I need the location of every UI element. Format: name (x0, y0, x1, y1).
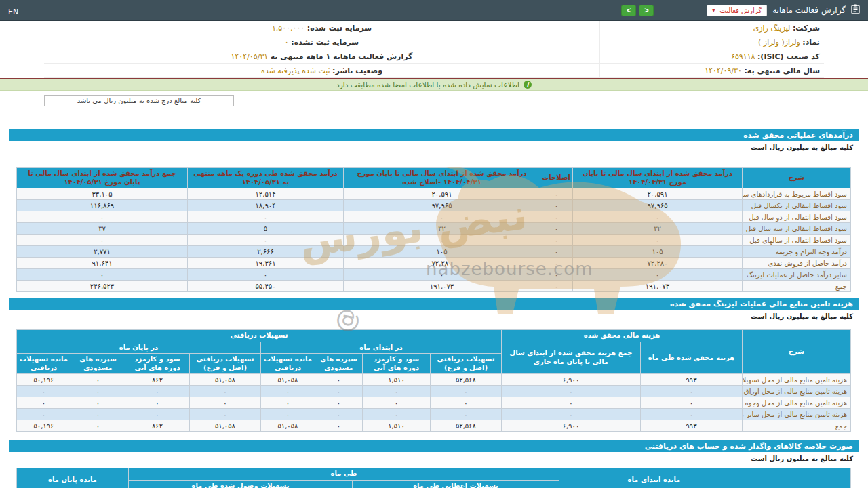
cell: ۲۴۶,۵۲۳ (17, 281, 188, 292)
column-header: مانده تسهیلات دریافتی (260, 354, 315, 374)
section-note-financing: کلیه مبالغ به میلیون ریال است (9, 310, 859, 321)
row-label: سود اقساط مربوط به قراردادهای سال جاری (743, 188, 851, 200)
isic-cell: کد صنعت (ISIC): ۶۵۹۱۱۸ (600, 49, 825, 64)
next-report-button[interactable]: > (639, 5, 654, 16)
report-type-dropdown[interactable]: گزارش فعالیت ▾ (707, 5, 767, 16)
cell: ۲۰,۵۹۱ (344, 188, 540, 200)
section-financing: هزینه تامین منابع مالی عملیات لیزینگ محق… (0, 298, 868, 432)
language-toggle-en[interactable]: EN (8, 7, 18, 18)
cell: ۰ (188, 269, 344, 281)
chevron-down-icon: ▾ (712, 7, 715, 14)
column-header: سود و کارمزد دوره های آتی (125, 354, 189, 374)
column-header: شرح (743, 168, 851, 188)
cell: ۰ (540, 246, 573, 258)
row-label: درآمد حاصل از فروش نقدی (743, 258, 851, 269)
cell: ۰ (641, 386, 743, 397)
cell: ۰ (540, 258, 573, 269)
cell: ۱۲,۵۱۴ (188, 188, 344, 200)
table-row: هزینه تامین منابع مالی از محل اوراق مشار… (16, 386, 850, 397)
column-header: تسهیلات اعطایی طی ماه (352, 480, 559, 488)
cell: ۵۱,۰۵۸ (189, 374, 260, 386)
cell: ۰ (315, 409, 362, 420)
cell: ۰ (362, 409, 430, 420)
registered-capital-label: سرمایه ثبت شده: (307, 24, 372, 33)
clipboard-report-icon (851, 4, 860, 17)
symbol-cell: نماد: ولراز( ولراز ) (600, 35, 825, 49)
cell: ۰ (430, 386, 501, 397)
column-header: تسهیلات دریافتی (اصل و فرع) (430, 354, 501, 374)
column-header: تسهیلات دریافتی (16, 330, 501, 342)
cell: ۰ (189, 386, 260, 397)
section-note-goods: کلیه مبالغ به میلیون ریال است (9, 452, 859, 464)
cell: ۱۸,۹۰۴ (188, 200, 344, 211)
cell: ۳۳,۱۰۵ (17, 188, 188, 200)
cell: ۱۹۱,۰۷۳ (573, 281, 743, 292)
report-nav-buttons: < > (621, 5, 654, 16)
cell: ۱۰۵ (573, 246, 743, 258)
registered-capital-cell: سرمایه ثبت شده: ۱,۵۰۰,۰۰۰ (44, 21, 600, 35)
cell: ۰ (344, 211, 540, 223)
cell: ۵۱,۰۵۸ (189, 420, 260, 432)
cell: ۰ (540, 211, 573, 223)
cell: ۹۷,۹۶۵ (344, 200, 540, 211)
section-title-revenue: درآمدهای عملیاتی محقق شده (9, 129, 859, 141)
issuer-status-label: وضعیت ناشر: (332, 66, 382, 75)
goods-table-container: شرحمانده ابتدای ماهطی ماهمانده پایان ماه… (0, 468, 868, 488)
registered-capital-value: ۱,۵۰۰,۰۰۰ (272, 24, 304, 33)
revenue-table-container: شرحدرآمد محقق شده از ابتدای سال مالی تا … (0, 167, 868, 292)
cell: ۰ (540, 281, 573, 292)
column-header: مانده پایان ماه (16, 468, 128, 488)
cell: ۰ (16, 386, 71, 397)
info-row: نماد: ولراز( ولراز ) سرمایه ثبت نشده: ۰ (44, 35, 824, 49)
cell: ۰ (315, 397, 362, 409)
company-label: شرکت: (793, 24, 820, 33)
cell: ۱۱۶,۸۶۹ (17, 200, 188, 211)
cell: ۰ (71, 386, 125, 397)
cell: ۳۷ (17, 223, 188, 235)
table-row: درآمد وجه التزام و جریمه۱۰۵۰۱۰۵۲,۶۶۶۲,۷۷… (17, 246, 851, 258)
column-header: مانده تسهیلات دریافتی (16, 354, 71, 374)
column-header: تسهیلات دریافتی (اصل و فرع) (189, 354, 260, 374)
cell: ۰ (188, 211, 344, 223)
cell: ۹۷,۹۶۵ (573, 200, 743, 211)
cell: ۰ (362, 386, 430, 397)
row-label: هزینه تامین منابع مالی از محل تسهیلات با… (743, 374, 851, 386)
column-header: درآمد محقق شده طی دوره یک ماهه منتهی به … (188, 168, 344, 188)
cell: ۰ (573, 269, 743, 281)
dropdown-label: گزارش فعالیت (719, 7, 762, 14)
table-row: سود اقساط انتقالی از سه سال قبل۳۲۰۳۲۵۳۷ (17, 223, 851, 235)
cell: ۸۶۲ (125, 420, 189, 432)
company-link[interactable]: لیزینگ رازی (753, 24, 791, 33)
row-label: هزینه تامین منابع مالی از محل اوراق مشار… (743, 386, 851, 397)
cell: ۰ (430, 409, 501, 420)
cell: ۰ (71, 374, 125, 386)
cell: ۶,۹۰۰ (501, 420, 640, 432)
column-header: سود و کارمزد دوره های آتی (362, 354, 430, 374)
column-header: شرح (743, 330, 851, 374)
table-row: سایر درآمد حاصل از عملیات لیزینگ۰۰۰۰۰ (17, 269, 851, 281)
section-goods: صورت خلاصه کالاهای واگذار شده و حساب های… (0, 440, 868, 488)
cell: ۰ (16, 409, 71, 420)
cell: ۰ (573, 235, 743, 246)
info-row: سال مالی منتهی به: ۱۴۰۴/۰۹/۳۰ وضعیت ناشر… (44, 64, 824, 78)
cell: ۰ (344, 269, 540, 281)
column-header: طی ماه (128, 468, 559, 481)
cell: ۰ (430, 397, 501, 409)
column-header: در ابتدای ماه (260, 342, 501, 354)
cell: ۰ (315, 386, 362, 397)
cell: ۰ (641, 397, 743, 409)
cell: ۰ (71, 397, 125, 409)
cell: ۱,۵۱۰ (362, 374, 430, 386)
previous-report-button[interactable]: < (621, 5, 636, 16)
cell: ۰ (125, 409, 189, 420)
cell: ۰ (71, 409, 125, 420)
cell: ۰ (344, 235, 540, 246)
table-row: سود اقساط انتقالی از یکسال قبل۹۷,۹۶۵۰۹۷,… (17, 200, 851, 211)
amounts-note-box: کلیه مبالغ درج شده به میلیون ریال می باش… (44, 95, 234, 106)
column-header: جمع هزینه محقق شده از ابتدای سال مالی تا… (501, 342, 640, 374)
cell: ۵۲,۵۶۸ (430, 374, 501, 386)
cell: ۱,۵۱۰ (362, 420, 430, 432)
cell: ۵۱,۰۵۸ (260, 420, 315, 432)
column-header: سپرده های مسدودی (71, 354, 125, 374)
symbol-link[interactable]: ولراز( ولراز ) (758, 38, 800, 47)
